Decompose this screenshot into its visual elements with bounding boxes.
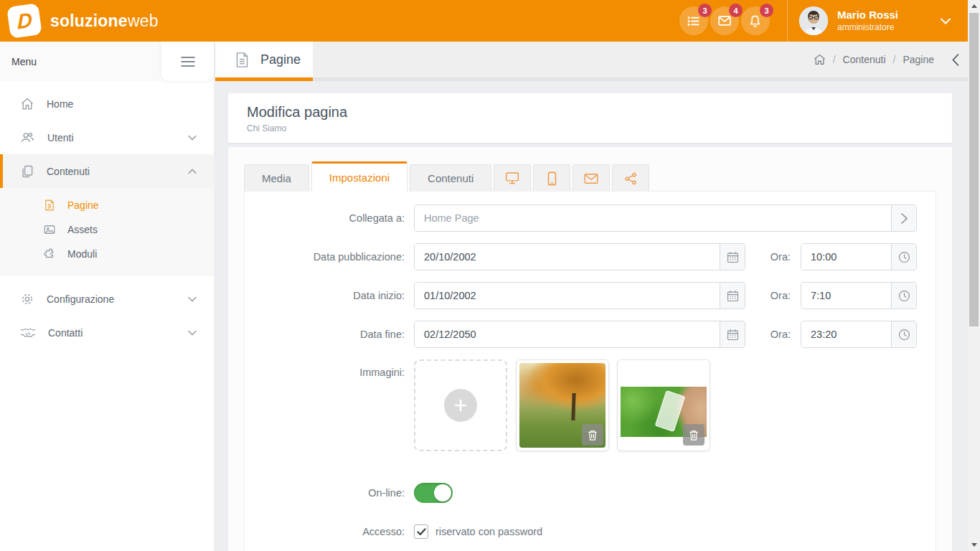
monitor-icon [505,171,519,185]
topbar-right: / Contenuti / Pagine [313,42,968,81]
start-date-picker-button[interactable] [720,283,745,309]
chevron-up-icon [188,169,197,174]
messages-button[interactable]: 4 [710,6,739,35]
end-date-input[interactable] [415,321,720,347]
edit-page-card: Media Impostazioni Contenuti [228,147,952,551]
mail-icon [717,14,732,28]
linked-page-input[interactable] [415,205,891,231]
alerts-button[interactable]: 3 [741,6,770,35]
start-time-label: Ora: [771,290,801,301]
images-label: Immagini: [245,359,414,378]
sidebar-menu-title: Menu [11,56,37,67]
chevron-down-icon [188,296,197,302]
sidebar-subitem-label: Assets [67,224,98,235]
image-thumbnail-tree[interactable] [516,359,609,451]
calendar-icon [727,290,739,302]
arrow-down-icon [971,543,977,547]
sidebar-collapse-button[interactable] [161,42,214,81]
list-icon [687,14,700,28]
sidebar-item-contenuti[interactable]: Contenuti [0,154,214,188]
image-thumbnail-drinking[interactable] [617,359,710,451]
online-toggle[interactable] [414,483,453,503]
clock-icon [898,329,910,341]
sidebar-item-label: Configurazione [47,293,114,305]
header-notifications: 3 4 3 [679,6,770,35]
tab-media[interactable]: Media [244,164,309,192]
sidebar-subitem-assets[interactable]: Assets [0,217,214,242]
impostazioni-panel: Collegata a: Data pubblicazione: [244,191,936,551]
arrow-up-icon [971,4,977,8]
end-time-label: Ora: [771,329,801,340]
breadcrumb-separator: / [893,54,896,65]
end-time-input[interactable] [801,321,891,347]
check-icon [417,528,426,536]
end-time-picker-button[interactable] [891,321,916,347]
publish-date-picker-button[interactable] [720,244,745,270]
home-icon[interactable] [814,54,826,65]
sidebar-item-configurazione[interactable]: Configurazione [0,282,214,316]
scroll-up-button[interactable] [968,0,980,12]
breadcrumb: / Contenuti / Pagine [814,54,934,65]
handshake-icon [20,326,36,339]
sidebar-item-contatti[interactable]: Contatti [0,316,214,349]
sidebar-subitem-label: Moduli [67,248,97,260]
publish-date-label: Data pubblicazione: [245,251,414,263]
publish-time-input[interactable] [801,244,891,270]
sidebar-item-utenti[interactable]: Utenti [0,121,214,154]
end-date-group [414,321,745,348]
publish-time-picker-button[interactable] [891,244,916,270]
end-date-picker-button[interactable] [720,321,745,347]
sidebar-item-label: Home [47,98,73,110]
online-row: On-line: [245,483,925,503]
publish-time-label: Ora: [771,251,801,263]
publish-date-input[interactable] [415,244,720,270]
vertical-scrollbar[interactable] [968,0,980,551]
tab-desktop-preview[interactable] [494,164,531,192]
edit-page-title: Modifica pagina [247,104,933,121]
page-header-card: Modifica pagina Chi Siamo [228,93,952,143]
delete-image-button[interactable] [683,424,705,446]
scrollbar-thumb[interactable] [969,13,979,326]
image-upload-dropzone[interactable] [414,359,507,451]
tab-email[interactable] [573,164,610,192]
page-title-tab[interactable]: Pagine [215,42,313,81]
start-date-group [414,282,745,309]
end-date-row: Data fine: Ora: [245,321,925,348]
add-image-button[interactable] [444,389,477,422]
tasks-button[interactable]: 3 [679,6,708,35]
panel-collapse-button[interactable] [952,54,959,66]
avatar [799,6,828,35]
chevron-down-icon [188,135,197,141]
scroll-down-button[interactable] [968,539,980,551]
envelope-icon [584,173,598,184]
tab-share[interactable] [612,164,649,192]
user-name: Mario Rossi [837,9,898,22]
linked-page-row: Collegata a: [245,204,925,232]
sidebar-subitem-label: Pagine [67,199,99,211]
access-row: Accesso: riservato con password [245,524,925,539]
pages-icon [20,164,34,179]
linked-page-label: Collegata a: [245,212,414,224]
sidebar-subitem-moduli[interactable]: Moduli [0,242,214,266]
online-label: On-line: [245,487,414,499]
delete-image-button[interactable] [582,424,603,446]
start-time-input[interactable] [801,283,891,309]
sidebar-submenu-contenuti: Pagine Assets Moduli [0,188,214,276]
linked-page-group [414,204,917,232]
breadcrumb-item[interactable]: Contenuti [843,54,886,65]
tab-mobile-preview[interactable] [533,164,570,192]
password-checkbox[interactable] [414,524,428,539]
sidebar-subitem-pagine[interactable]: Pagine [0,193,214,217]
bell-icon [748,14,762,28]
app-logo[interactable]: D soluzioneweb [9,5,159,37]
start-time-picker-button[interactable] [891,283,916,309]
start-date-input[interactable] [415,283,720,309]
trash-icon [689,430,699,441]
sidebar-item-home[interactable]: Home [0,87,214,121]
tab-contenuti[interactable]: Contenuti [410,164,491,192]
user-menu[interactable]: Mario Rossi amministratore [799,6,961,35]
linked-page-browse-button[interactable] [891,205,916,231]
edit-tabs: Media Impostazioni Contenuti [244,161,936,192]
puzzle-icon [43,248,56,260]
tab-impostazioni[interactable]: Impostazioni [311,161,407,192]
